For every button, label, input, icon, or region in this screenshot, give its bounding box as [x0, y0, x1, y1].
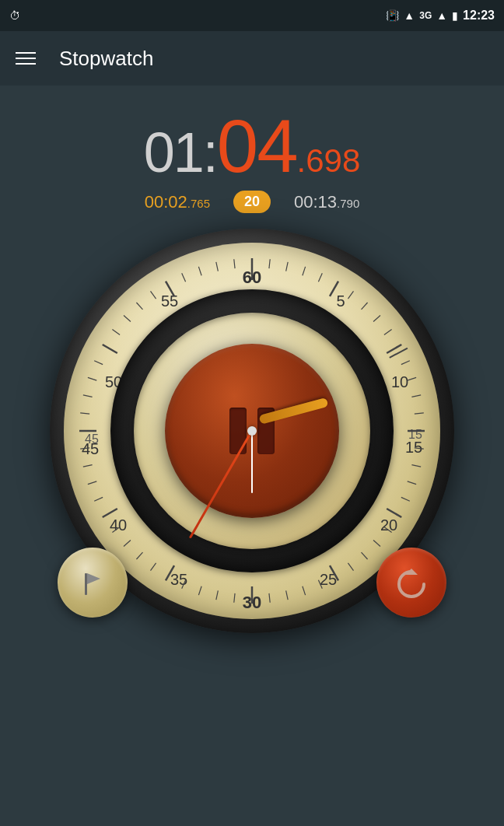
status-bar: ⏱ 📳 ▲ 3G ▲ ▮ 12:23 [0, 0, 504, 31]
svg-line-54 [124, 541, 131, 547]
svg-line-58 [88, 481, 96, 485]
timer-milliseconds: 698 [306, 142, 360, 180]
hamburger-line-3 [16, 63, 36, 65]
svg-rect-76 [85, 573, 87, 595]
timer-seconds: 04 [217, 109, 297, 184]
svg-line-17 [269, 259, 270, 268]
app-bar: Stopwatch [0, 31, 504, 86]
svg-text:5: 5 [336, 292, 345, 310]
svg-line-57 [94, 497, 103, 501]
reset-button[interactable] [376, 548, 446, 618]
status-left: ⏱ [9, 9, 20, 22]
svg-line-67 [112, 330, 120, 335]
svg-line-62 [80, 413, 89, 414]
lap-right-prefix: 00: [294, 192, 318, 212]
svg-line-23 [362, 303, 368, 310]
bottom-buttons [50, 548, 454, 618]
lap-time-left: 00:02.765 [145, 192, 210, 212]
center-dot [247, 426, 257, 436]
vibrate-icon: 📳 [386, 9, 399, 22]
status-right: 📳 ▲ 3G ▲ ▮ 12:23 [386, 9, 495, 23]
lap-left-prefix: 00: [145, 192, 169, 212]
svg-line-19 [303, 267, 306, 275]
lap-right-ms: 790 [340, 197, 359, 210]
stopwatch-dial: 60 5 10 15 15 20 25 30 35 40 45 45 50 [50, 229, 454, 633]
svg-line-34 [408, 481, 416, 485]
lap-times-row: 00:02.765 20 00:13.790 [145, 191, 360, 213]
svg-text:20: 20 [380, 516, 397, 534]
svg-line-73 [198, 267, 201, 275]
lap-count-badge: 20 [233, 191, 271, 213]
svg-line-24 [373, 315, 380, 321]
stopwatch-status-icon: ⏱ [9, 9, 20, 22]
svg-marker-77 [87, 573, 100, 584]
svg-line-65 [94, 361, 103, 365]
svg-text:10: 10 [391, 373, 408, 390]
svg-line-33 [411, 465, 421, 467]
lap-button[interactable] [58, 548, 128, 618]
svg-line-35 [401, 497, 410, 501]
svg-text:40: 40 [110, 516, 127, 534]
wifi-icon: ▲ [404, 9, 415, 22]
signal-3g-icon: 3G [419, 10, 432, 21]
svg-line-27 [401, 361, 410, 365]
svg-line-75 [234, 259, 235, 268]
lap-time-right: 00:13.790 [294, 192, 359, 212]
svg-line-18 [286, 262, 288, 271]
svg-text:15: 15 [405, 439, 422, 456]
svg-line-30 [415, 413, 424, 414]
status-time: 12:23 [463, 9, 495, 23]
svg-line-25 [384, 330, 392, 335]
svg-line-29 [411, 395, 421, 397]
flag-icon [77, 567, 108, 598]
svg-line-20 [318, 273, 322, 282]
svg-line-22 [348, 291, 353, 299]
app-title: Stopwatch [59, 47, 153, 71]
signal-strength-icon: ▲ [436, 9, 447, 22]
svg-line-64 [88, 377, 96, 380]
svg-line-72 [182, 273, 186, 282]
secondary-needle [251, 431, 253, 493]
svg-line-70 [151, 291, 156, 299]
hamburger-line-2 [16, 58, 36, 59]
battery-icon: ▮ [452, 9, 458, 22]
svg-line-59 [83, 465, 93, 467]
main-content: 01: 04 . 698 00:02.765 20 00:13.790 60 [0, 86, 504, 633]
svg-line-63 [83, 395, 93, 397]
reset-icon [394, 565, 429, 600]
svg-line-28 [408, 377, 416, 380]
timer-minutes: 01: [144, 121, 217, 184]
hamburger-line-1 [16, 52, 36, 54]
svg-text:55: 55 [161, 292, 178, 310]
timer-dot: . [297, 142, 306, 180]
svg-line-66 [103, 345, 117, 353]
lap-right-seconds: 13 [318, 192, 337, 212]
lap-left-ms: 765 [191, 197, 210, 210]
svg-line-74 [216, 262, 218, 271]
svg-line-68 [124, 315, 131, 321]
lap-left-seconds: 02 [168, 192, 187, 212]
svg-line-38 [373, 541, 380, 547]
pause-bar-left [229, 408, 247, 454]
svg-line-69 [136, 303, 142, 310]
timer-display: 01: 04 . 698 [144, 109, 361, 184]
hamburger-menu-button[interactable] [16, 52, 36, 65]
